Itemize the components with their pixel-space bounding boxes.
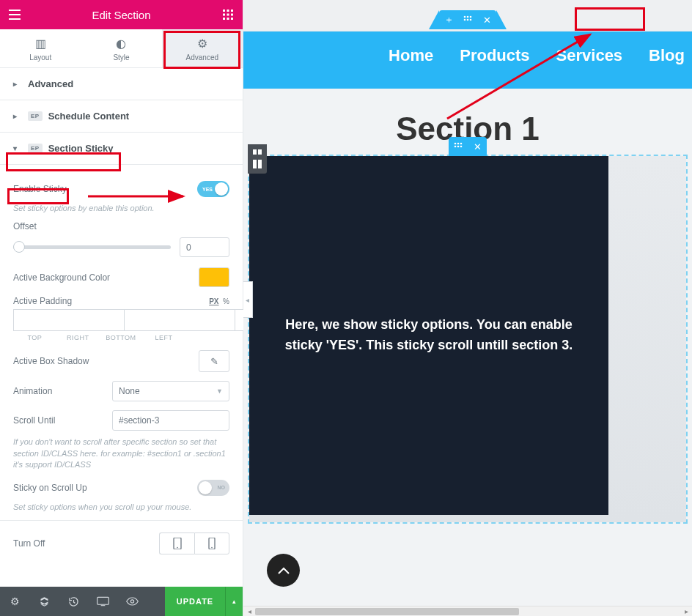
svg-rect-7 <box>227 18 229 20</box>
chevron-down-icon: ▾ <box>13 144 21 152</box>
tab-style[interactable]: ◐ Style <box>81 29 161 67</box>
ep-badge: EP <box>28 144 43 153</box>
svg-rect-0 <box>223 10 225 12</box>
nav-link-blog[interactable]: Blog <box>649 46 685 65</box>
ep-badge: EP <box>28 111 43 121</box>
svg-rect-5 <box>231 14 233 16</box>
accordion-section-sticky[interactable]: ▾ EP Section Sticky <box>0 133 243 165</box>
hero-card: Here, we show sticky options. You can en… <box>249 156 608 515</box>
editor-panel: Edit Section ▥ Layout ◐ Style ⚙ Advanced… <box>0 0 243 616</box>
panel-title: Edit Section <box>29 9 213 21</box>
scroll-until-help: If you don't want to scroll after specif… <box>13 437 229 470</box>
svg-point-19 <box>467 19 469 21</box>
preview-navbar: Home Products Services Blog <box>243 31 692 89</box>
scroll-top-button[interactable] <box>267 554 300 587</box>
layout-icon: ▥ <box>0 37 81 51</box>
svg-point-25 <box>460 143 463 145</box>
section-2: ✕ Here, we show sticky options. You can … <box>248 155 688 524</box>
gear-icon: ⚙ <box>162 37 243 51</box>
tab-advanced[interactable]: ⚙ Advanced <box>162 29 243 67</box>
nav-link-services[interactable]: Services <box>556 46 623 65</box>
svg-rect-8 <box>231 18 233 20</box>
bg-color-label: Active Background Color <box>13 272 110 283</box>
update-button-group: UPDATE ▴ <box>165 587 243 616</box>
nav-link-products[interactable]: Products <box>460 46 529 65</box>
tab-layout[interactable]: ▥ Layout <box>0 29 81 67</box>
animation-select[interactable]: None ▼ <box>112 381 229 401</box>
chevron-right-icon: ▸ <box>13 112 21 120</box>
svg-point-27 <box>457 146 460 148</box>
panel-header: Edit Section <box>0 0 243 29</box>
drag-section-icon[interactable] <box>449 137 468 156</box>
section-toolbar-2: ✕ <box>449 137 487 156</box>
turn-off-label: Turn Off <box>13 538 45 549</box>
svg-rect-2 <box>231 10 233 12</box>
delete-section-icon[interactable]: ✕ <box>468 137 487 156</box>
svg-point-14 <box>130 600 133 603</box>
offset-slider[interactable] <box>13 245 171 249</box>
preview-icon[interactable] <box>117 587 147 616</box>
sticky-scroll-up-toggle[interactable]: NO <box>197 480 229 496</box>
padding-label: Active Padding <box>13 296 72 306</box>
turn-off-devices <box>159 532 229 554</box>
svg-point-12 <box>211 547 213 549</box>
hero-text: Here, we show sticky options. You can en… <box>271 315 586 356</box>
box-shadow-label: Active Box Shadow <box>13 356 89 366</box>
slider-handle[interactable] <box>13 241 25 253</box>
svg-rect-29 <box>253 160 257 168</box>
scroll-left-icon[interactable]: ◂ <box>243 606 255 616</box>
hamburger-icon[interactable] <box>0 0 29 29</box>
svg-point-23 <box>454 143 457 145</box>
tabs: ▥ Layout ◐ Style ⚙ Advanced <box>0 29 243 68</box>
preview-canvas: ＋ ✕ Home Products Services Blog Section … <box>243 0 692 616</box>
navigator-icon[interactable] <box>29 587 59 616</box>
style-icon: ◐ <box>81 37 161 51</box>
svg-point-16 <box>467 16 469 18</box>
scroll-until-input[interactable] <box>112 410 229 431</box>
update-more-button[interactable]: ▴ <box>225 587 243 616</box>
svg-point-24 <box>457 143 460 145</box>
svg-point-10 <box>177 547 178 549</box>
scroll-until-label: Scroll Until <box>13 415 55 426</box>
enable-sticky-label: Enable Sticky <box>13 184 67 194</box>
padding-inputs <box>13 309 229 331</box>
svg-rect-3 <box>223 14 225 16</box>
enable-sticky-toggle[interactable]: YES <box>197 181 229 197</box>
accordion-schedule-content[interactable]: ▸ EP Schedule Content <box>0 100 243 133</box>
panel-footer: ⚙ UPDATE ▴ <box>0 587 243 616</box>
svg-rect-1 <box>227 10 229 12</box>
svg-point-20 <box>470 19 472 21</box>
settings-icon[interactable]: ⚙ <box>0 587 29 616</box>
responsive-icon[interactable] <box>88 587 117 616</box>
padding-top-input[interactable] <box>13 309 124 331</box>
apps-grid-icon[interactable] <box>213 0 243 29</box>
panel-collapse-toggle[interactable]: ◂ <box>243 281 253 318</box>
chevron-right-icon: ▸ <box>13 80 21 88</box>
unit-switcher[interactable]: PX % <box>209 297 229 305</box>
offset-input[interactable] <box>180 237 229 257</box>
sticky-controls: Enable Sticky YES Set sticky options by … <box>0 165 243 568</box>
history-icon[interactable] <box>59 587 88 616</box>
scrollbar-thumb[interactable] <box>255 608 519 615</box>
turn-off-tablet[interactable] <box>159 532 194 554</box>
svg-point-17 <box>470 16 472 18</box>
svg-rect-4 <box>227 14 229 16</box>
drag-section-icon[interactable] <box>458 10 477 29</box>
add-section-icon[interactable]: ＋ <box>439 10 458 29</box>
svg-point-18 <box>464 19 466 21</box>
bg-color-swatch[interactable] <box>199 267 229 287</box>
delete-section-icon[interactable]: ✕ <box>477 10 496 29</box>
accordion-advanced[interactable]: ▸ Advanced <box>0 68 243 100</box>
padding-right-input[interactable] <box>124 309 235 331</box>
scroll-right-icon[interactable]: ▸ <box>680 606 692 616</box>
nav-link-home[interactable]: Home <box>389 46 433 65</box>
column-handle-icon[interactable] <box>248 155 267 174</box>
section-toolbar-top: ＋ ✕ <box>439 10 496 29</box>
update-button[interactable]: UPDATE <box>165 587 225 616</box>
svg-point-26 <box>454 146 457 148</box>
animation-label: Animation <box>13 386 52 396</box>
horizontal-scrollbar[interactable]: ◂ ▸ <box>243 606 692 616</box>
turn-off-mobile[interactable] <box>194 532 229 554</box>
box-shadow-button[interactable]: ✎ <box>199 350 229 372</box>
enable-sticky-help: Set sticky options by enable this option… <box>13 203 229 214</box>
